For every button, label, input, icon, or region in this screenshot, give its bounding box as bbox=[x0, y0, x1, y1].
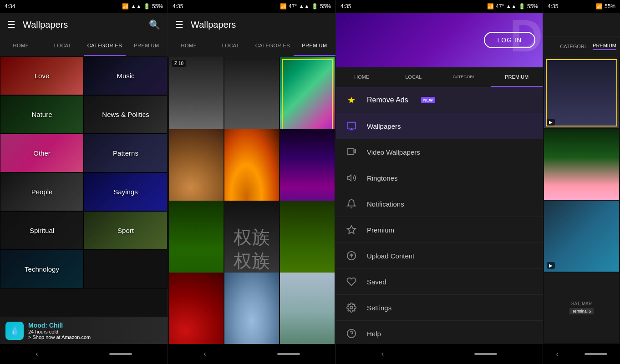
partial-date-label: SAT, MAR bbox=[571, 301, 592, 306]
drawer-tab-categories[interactable]: CATEGORI... bbox=[439, 67, 491, 87]
top-bar-1: ☰ Wallpapers 🔍 bbox=[0, 13, 168, 36]
ad-subtitle: 24 hours cold bbox=[28, 329, 91, 334]
partial-badge-1: ▶ bbox=[547, 119, 555, 126]
premium-label: Premium bbox=[367, 226, 394, 234]
cat-label-sayings: Sayings bbox=[113, 188, 137, 196]
cat-item-people[interactable]: People bbox=[0, 172, 84, 211]
menu-item-premium[interactable]: Premium bbox=[336, 217, 543, 243]
partial-tab-premium[interactable]: PREMIUM bbox=[593, 43, 616, 50]
help-icon bbox=[345, 327, 358, 340]
status-bar-1: 4:34 📶 ▲▲ 🔋 55% bbox=[0, 0, 168, 13]
wallpapers-icon bbox=[345, 120, 358, 132]
panel-gallery: 4:35 📶 47° ▲▲ 🔋 55% ☰ Wallpapers HOME LO… bbox=[168, 0, 336, 364]
panel-partial: 4:35 📶 55% CATEGORI... PREMIUM ▶ ▶ SAT, … bbox=[543, 0, 620, 364]
back-arrow-3[interactable]: ‹ bbox=[381, 350, 384, 358]
partial-item-2[interactable] bbox=[544, 129, 619, 200]
cat-item-love[interactable]: Love bbox=[0, 56, 84, 95]
svg-rect-1 bbox=[347, 149, 354, 155]
cat-row-1: Love Music bbox=[0, 56, 168, 95]
partial-item-3[interactable]: ▶ bbox=[544, 201, 619, 272]
status-time-3: 4:35 bbox=[340, 3, 351, 10]
ad-text-block: Mood: Chill 24 hours cold > Shop now at … bbox=[28, 322, 91, 340]
menu-item-notifications[interactable]: Notifications bbox=[336, 191, 543, 217]
menu-item-wallpapers[interactable]: Wallpapers bbox=[336, 113, 543, 139]
battery-pct-3: 55% bbox=[527, 3, 538, 10]
gallery-img-12 bbox=[280, 273, 335, 344]
menu-item-upload[interactable]: Upload Content bbox=[336, 243, 543, 269]
temp-3: 47° bbox=[496, 3, 504, 10]
battery-icon-3: 🔋 bbox=[518, 3, 525, 10]
wifi-icon-3: 📶 bbox=[487, 3, 494, 10]
tab-home-2[interactable]: HOME bbox=[168, 36, 210, 56]
tab-categories-1[interactable]: CATEGORIES bbox=[84, 36, 126, 56]
status-time-2: 4:35 bbox=[173, 3, 183, 10]
menu-item-video-wallpapers[interactable]: Video Wallpapers bbox=[336, 139, 543, 165]
drawer-tab-home[interactable]: HOME bbox=[336, 67, 388, 87]
partial-item-1[interactable]: ▶ bbox=[544, 57, 619, 128]
cat-item-sport[interactable]: Sport bbox=[84, 211, 168, 250]
drawer-tab-premium[interactable]: PREMIUM bbox=[491, 67, 543, 87]
cat-item-other[interactable]: Other bbox=[0, 134, 84, 172]
star-glyph: ★ bbox=[347, 95, 356, 106]
search-icon-1[interactable]: 🔍 bbox=[149, 19, 160, 30]
ringtones-icon bbox=[345, 172, 358, 184]
remove-ads-label: Remove Ads bbox=[367, 96, 408, 104]
home-bar-3 bbox=[474, 353, 497, 355]
nav-tabs-2: HOME LOCAL CATEGORIES PREMIUM bbox=[168, 36, 335, 56]
battery-pct-1: 55% bbox=[152, 3, 163, 10]
notifications-icon bbox=[345, 197, 358, 210]
cat-label-spiritual: Spiritual bbox=[30, 227, 54, 234]
partial-tab-categories[interactable]: CATEGORI... bbox=[560, 44, 590, 49]
menu-item-help[interactable]: Help bbox=[336, 321, 543, 344]
hamburger-icon-2[interactable]: ☰ bbox=[175, 19, 183, 30]
panel-categories: 4:34 📶 ▲▲ 🔋 55% ☰ Wallpapers 🔍 HOME LOCA… bbox=[0, 0, 168, 364]
cat-item-technology[interactable]: Technology bbox=[0, 250, 84, 288]
home-bar-1 bbox=[109, 353, 132, 355]
cat-item-patterns[interactable]: Patterns bbox=[84, 134, 168, 172]
cat-label-love: Love bbox=[35, 72, 50, 80]
svg-marker-2 bbox=[347, 175, 351, 181]
nav-tabs-1: HOME LOCAL CATEGORIES PREMIUM bbox=[0, 36, 168, 56]
hamburger-icon-1[interactable]: ☰ bbox=[7, 19, 15, 30]
gallery-item-10[interactable] bbox=[169, 273, 224, 344]
partial-item-4: SAT, MAR Terminal 5 bbox=[544, 273, 619, 344]
drawer-header: D LOG IN bbox=[336, 13, 543, 67]
cat-item-nature[interactable]: Nature bbox=[0, 95, 84, 134]
panel-drawer: 4:35 📶 47° ▲▲ 🔋 55% D LOG IN HOME LOCAL … bbox=[336, 0, 543, 364]
cat-item-news[interactable]: News & Politics bbox=[84, 95, 168, 134]
tab-local-1[interactable]: LOCAL bbox=[42, 36, 84, 56]
ad-banner-1[interactable]: 💧 Mood: Chill 24 hours cold > Shop now a… bbox=[0, 317, 168, 344]
bottom-nav-4: ‹ bbox=[543, 344, 620, 364]
menu-item-remove-ads[interactable]: ★ Remove Ads NEW bbox=[336, 87, 543, 113]
login-button[interactable]: LOG IN bbox=[484, 32, 535, 48]
tab-premium-1[interactable]: PREMIUM bbox=[126, 36, 168, 56]
cat-item-music[interactable]: Music bbox=[84, 56, 168, 95]
tab-local-2[interactable]: LOCAL bbox=[210, 36, 252, 56]
ringtones-label: Ringtones bbox=[367, 174, 398, 182]
cat-label-patterns: Patterns bbox=[113, 149, 138, 157]
cat-row-4: People Sayings bbox=[0, 172, 168, 211]
help-label: Help bbox=[367, 330, 381, 338]
cat-item-spiritual[interactable]: Spiritual bbox=[0, 211, 84, 250]
upload-icon bbox=[345, 249, 358, 262]
tab-premium-2[interactable]: PREMIUM bbox=[294, 36, 335, 56]
tab-home-1[interactable]: HOME bbox=[0, 36, 42, 56]
tab-categories-2[interactable]: CATEGORIES bbox=[252, 36, 294, 56]
cat-row-3: Other Patterns bbox=[0, 134, 168, 172]
menu-item-saved[interactable]: Saved bbox=[336, 269, 543, 295]
gallery-item-11[interactable] bbox=[224, 273, 279, 344]
menu-item-ringtones[interactable]: Ringtones bbox=[336, 165, 543, 191]
back-arrow-1[interactable]: ‹ bbox=[36, 350, 38, 358]
back-arrow-4[interactable]: ‹ bbox=[556, 350, 558, 358]
back-arrow-2[interactable]: ‹ bbox=[203, 350, 206, 358]
cat-label-technology: Technology bbox=[25, 265, 59, 273]
menu-item-settings[interactable]: Settings bbox=[336, 295, 543, 321]
partial-app-label: Terminal 5 bbox=[569, 308, 594, 314]
signal-icon-3: ▲▲ bbox=[506, 3, 517, 10]
gallery-item-12[interactable] bbox=[280, 273, 335, 344]
drawer-tab-local[interactable]: LOCAL bbox=[388, 67, 440, 87]
battery-icon: 🔋 bbox=[143, 3, 150, 10]
cat-item-sayings[interactable]: Sayings bbox=[84, 172, 168, 211]
play-icon-partial-3: ▶ bbox=[549, 263, 553, 268]
status-icons-1: 📶 ▲▲ 🔋 55% bbox=[122, 3, 163, 10]
